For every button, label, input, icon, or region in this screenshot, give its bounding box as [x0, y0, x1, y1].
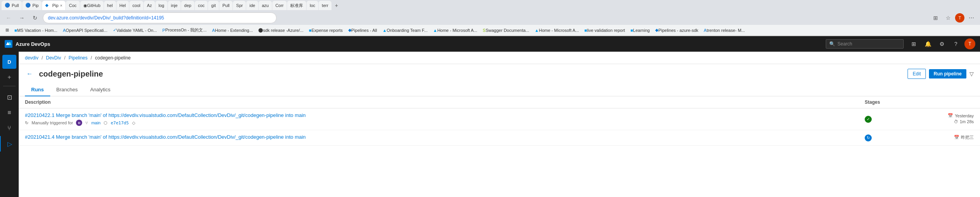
tab-runs[interactable]: Runs [25, 84, 50, 96]
extensions-button[interactable]: ⊞ [930, 12, 941, 23]
sidebar-item-overview[interactable]: ⊡ [0, 89, 19, 105]
tab-terr[interactable]: terr [319, 1, 331, 10]
table-row[interactable]: #20210422.1 Merge branch 'main' of https… [19, 108, 980, 130]
browser-chrome: 🔵 Pull 🔵 Pip ◆ Pip × Coc ◉GitHub hel Hel… [0, 0, 980, 36]
edit-button[interactable]: Edit [908, 69, 926, 79]
calendar-icon: 📅 [954, 135, 959, 140]
table-row[interactable]: #20210421.4 Merge branch 'main' of https… [19, 130, 980, 146]
bookmark-pipelines-sdk[interactable]: ◆ Pipelines - azure-sdk [653, 27, 701, 33]
breadcrumb-pipelines[interactable]: Pipelines [69, 55, 88, 61]
bookmark-swagger[interactable]: S Swagger Documenta... [480, 27, 531, 33]
run-meta: ↻ Manually triggered for D ⑂ main ⬡ e7e1… [25, 120, 865, 126]
user-avatar[interactable]: T [964, 38, 975, 49]
sidebar-item-pipelines[interactable]: ▷ [0, 136, 19, 152]
tab-stdlibs[interactable]: 标准库 [287, 1, 306, 10]
tab-pull-1[interactable]: 🔵 Pull [2, 1, 22, 10]
bookmark-home-ms[interactable]: ▲ Home - Microsoft A... [431, 27, 480, 33]
search-placeholder: Search [837, 41, 852, 47]
url-bar[interactable]: dev.azure.com/devdiv/DevDiv/_build?defin… [43, 12, 277, 23]
bookmark-trenton[interactable]: A trenton release- M... [702, 27, 747, 33]
bookmark-apps[interactable]: ⊞ [3, 27, 11, 33]
commit-icon: ⬡ [104, 120, 108, 126]
bookmark-pipelines-all[interactable]: ◆ Pipelines - All [346, 27, 379, 33]
grid-icon[interactable]: ⊞ [908, 38, 919, 49]
refresh-button[interactable]: ↻ [30, 12, 41, 23]
run-stages: ↻ [865, 134, 911, 141]
sidebar-divider [3, 86, 16, 86]
run-title[interactable]: #20210421.4 Merge branch 'main' of https… [25, 134, 865, 140]
breadcrumb-DevDiv[interactable]: DevDiv [46, 55, 61, 61]
tab-log[interactable]: log [155, 1, 167, 10]
breadcrumb: devdiv / DevDiv / Pipelines / codegen-pi… [19, 52, 980, 64]
bookmark-openapi[interactable]: A OpenAPI Specificati... [60, 27, 109, 33]
tab-dep[interactable]: dep [181, 1, 194, 10]
filter-icon[interactable]: ▽ [969, 71, 974, 77]
runs-table: Description Stages #20210422.1 Merge bra… [19, 96, 980, 197]
pipeline-header: ← codegen-pipeline Edit Run pipeline ▽ [19, 64, 980, 79]
tag-icon: ◇ [132, 120, 135, 126]
tab-inje[interactable]: inje [168, 1, 181, 10]
sidebar-add-button[interactable]: + [4, 72, 15, 83]
bookmark-validate-yaml[interactable]: ✓ Validate YAML - On... [111, 27, 159, 33]
run-commit[interactable]: e7e17d5 [111, 120, 129, 126]
back-button[interactable]: ← [25, 69, 34, 79]
run-stages: ✓ [865, 116, 911, 123]
bookmark-processon[interactable]: P ProcessOn - 我的文... [160, 26, 209, 34]
bookmark-expense[interactable]: ■ Expense reports [307, 27, 345, 33]
pipelines-icon: ▷ [7, 140, 12, 148]
top-nav-search-box[interactable]: 🔍 Search [826, 39, 904, 49]
tab-hel-1[interactable]: hel [104, 1, 116, 10]
sidebar-org-icon[interactable]: D [2, 55, 16, 69]
tab-corr[interactable]: Corr [272, 1, 287, 10]
run-branch[interactable]: main [91, 120, 100, 125]
bookmark-home-ms2[interactable]: ▲ Home - Microsoft A... [532, 27, 582, 33]
tab-coc[interactable]: Coc [66, 1, 80, 10]
back-button[interactable]: ← [3, 12, 14, 23]
azure-devops-logo: Azure DevOps [5, 40, 50, 48]
tab-coc2[interactable]: coc [195, 1, 208, 10]
tab-icon: 🔵 [5, 3, 10, 8]
bookmark-live-validation[interactable]: ■ live validation report [582, 27, 627, 33]
repos-icon: ⑂ [7, 125, 11, 132]
bookmark-learning[interactable]: ■Learning [628, 27, 652, 33]
tab-spr[interactable]: Spr [233, 1, 246, 10]
bookmark-button[interactable]: ☆ [943, 12, 954, 23]
tab-cool[interactable]: cool [129, 1, 143, 10]
app: Azure DevOps 🔍 Search ⊞ 🔔 ⚙ ? T D + ⊡ [0, 36, 980, 197]
profile-button[interactable]: T [955, 13, 964, 23]
tab-git[interactable]: git [208, 1, 219, 10]
col-stages-header: Stages [865, 99, 911, 105]
tab-az[interactable]: Az [144, 1, 155, 10]
settings-icon[interactable]: ⚙ [936, 38, 947, 49]
user-avatar-small: D [76, 120, 82, 126]
new-tab-button[interactable]: + [332, 1, 341, 10]
menu-button[interactable]: ⋯ [966, 12, 977, 23]
tab-branches[interactable]: Branches [50, 84, 84, 96]
run-title[interactable]: #20210422.1 Merge branch 'main' of https… [25, 112, 865, 118]
pipeline-actions: Edit Run pipeline ▽ [908, 69, 974, 79]
tab-ide[interactable]: ide [246, 1, 258, 10]
run-pipeline-button[interactable]: Run pipeline [929, 69, 966, 78]
bell-icon[interactable]: 🔔 [922, 38, 933, 49]
tab-pull2[interactable]: Pull [219, 1, 233, 10]
content-area: D + ⊡ ≡ ⑂ ▷ devdiv / DevDiv / [0, 52, 980, 197]
forward-button[interactable]: → [16, 12, 27, 23]
sidebar-item-repos[interactable]: ⑂ [0, 120, 19, 136]
tab-github[interactable]: ◉GitHub [80, 1, 104, 10]
help-icon[interactable]: ? [950, 38, 961, 49]
sidebar-item-boards[interactable]: ≡ [0, 105, 19, 120]
bookmark-ms-vacation[interactable]: ■ MS Vacation - Hom... [12, 27, 60, 33]
tab-azu[interactable]: azu [259, 1, 272, 10]
tab-close-button[interactable]: × [60, 3, 62, 8]
breadcrumb-devdiv[interactable]: devdiv [25, 55, 39, 61]
bookmark-home-extending[interactable]: A Home - Extending... [210, 27, 256, 33]
tab-analytics[interactable]: Analytics [84, 84, 116, 96]
tab-loc[interactable]: loc [307, 1, 318, 10]
col-time-header [911, 99, 974, 105]
tab-hel-2[interactable]: Hel [116, 1, 129, 10]
trigger-icon: ↻ [25, 120, 28, 126]
bookmark-onboarding[interactable]: ▲ Onboarding Team F... [380, 27, 430, 33]
bookmark-sdk-release[interactable]: ⬤ sdk release -Azure/... [256, 27, 306, 33]
tab-pip-1[interactable]: 🔵 Pip [22, 1, 42, 10]
tab-pip-active[interactable]: ◆ Pip × [42, 1, 65, 10]
